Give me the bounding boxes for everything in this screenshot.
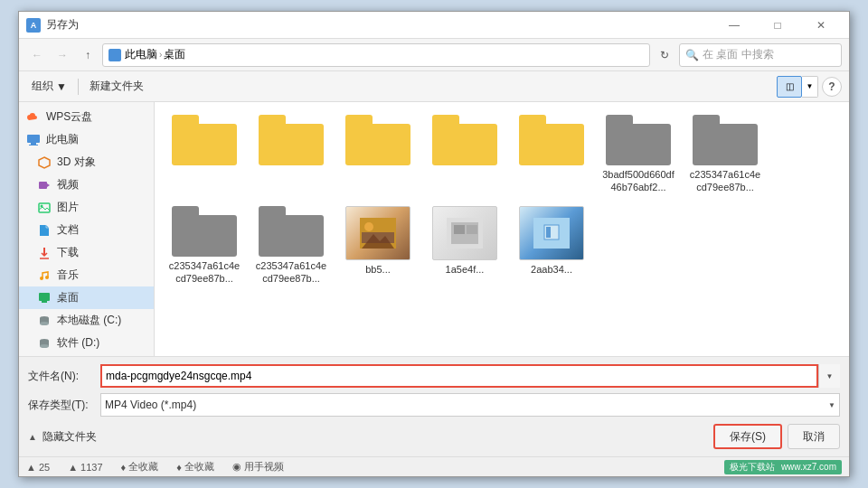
image-thumb [432, 206, 497, 260]
toolbar-separator [78, 79, 79, 95]
status-bar: ▲ 25 ▲ 1137 ♦ 全收藏 ♦ 全收藏 ◉ 用手视频 极光下载站 www… [19, 456, 849, 476]
grid-view-button[interactable]: ◫ [777, 76, 802, 98]
dialog-title: 另存为 [46, 17, 79, 33]
file-name: c235347a61c4ecd79ee87b... [688, 168, 762, 193]
folder-thumb [519, 115, 584, 165]
list-item[interactable]: 1a5e4f... [424, 202, 505, 288]
sidebar-item-wps[interactable]: WPS云盘 [19, 106, 154, 128]
list-item[interactable]: c235347a61c4ecd79ee87b... [684, 111, 766, 197]
organize-button[interactable]: 组织 ▼ [26, 76, 72, 98]
address-bar[interactable]: 此电脑 › 桌面 [102, 43, 650, 67]
up-button[interactable]: ↑ [77, 44, 99, 66]
close-button[interactable]: ✕ [800, 12, 842, 39]
folder-thumb [693, 115, 758, 165]
sidebar-item-3d[interactable]: 3D 对象 [19, 151, 154, 174]
svg-rect-0 [27, 135, 40, 143]
sidebar-item-desktop[interactable]: 桌面 [19, 286, 154, 309]
svg-rect-33 [546, 227, 551, 238]
sidebar-label-music: 音乐 [57, 267, 79, 283]
new-folder-button[interactable]: 新建文件夹 [84, 76, 149, 98]
view-switcher: ◫ ▼ [777, 76, 818, 98]
filename-input[interactable] [106, 370, 813, 382]
toggle-arrow-icon: ▲ [28, 432, 37, 442]
minimize-button[interactable]: — [713, 12, 755, 39]
nav-bar: ← → ↑ 此电脑 › 桌面 ↻ 🔍 在 桌面 中搜索 [19, 39, 849, 71]
save-as-dialog: A 另存为 — □ ✕ ← → ↑ 此电脑 › 桌面 ↻ 🔍 在 桌面 中搜索 [18, 11, 850, 477]
sidebar-label-diskc: 本地磁盘 (C:) [57, 313, 121, 328]
title-bar-left: A 另存为 [26, 17, 79, 33]
status-icon-4: ♦ [176, 462, 182, 473]
svg-rect-13 [42, 301, 47, 303]
list-item[interactable] [250, 111, 332, 197]
filename-label: 文件名(N): [28, 369, 100, 384]
pc-icon [108, 49, 121, 61]
file-name: c235347a61c4ecd79ee87b... [167, 259, 241, 285]
sidebar-item-music[interactable]: 音乐 [19, 264, 154, 286]
list-item[interactable] [511, 111, 592, 197]
toolbar: 组织 ▼ 新建文件夹 ◫ ▼ ? [19, 71, 849, 102]
filetype-select[interactable]: MP4 Video (*.mp4) ▼ [100, 393, 840, 417]
list-item[interactable]: c235347a61c4ecd79ee87b... [250, 202, 332, 288]
sidebar-label-wps: WPS云盘 [46, 109, 92, 125]
maximize-button[interactable]: □ [757, 12, 798, 39]
filetype-label: 保存类型(T): [28, 398, 100, 413]
folder-thumb [345, 115, 410, 165]
svg-rect-29 [454, 225, 465, 234]
list-item[interactable] [164, 111, 245, 197]
filetype-row: 保存类型(T): MP4 Video (*.mp4) ▼ [28, 393, 840, 417]
status-item-count2: ▲ 1137 [68, 462, 102, 473]
list-item[interactable] [337, 111, 419, 197]
file-area: 3badf500d660df46b76abf2... c235347a61c4e… [155, 102, 849, 356]
sidebar-item-diskc[interactable]: 本地磁盘 (C:) [19, 309, 154, 332]
save-button[interactable]: 保存(S) [713, 424, 782, 449]
sidebar-item-pic[interactable]: 图片 [19, 196, 154, 219]
image-thumb [345, 206, 410, 260]
status-icon-5: ◉ [232, 461, 241, 473]
filename-row: 文件名(N): ▼ [28, 364, 840, 388]
toolbar-right: ◫ ▼ ? [777, 76, 842, 98]
sidebar-item-video[interactable]: 视频 [19, 174, 154, 196]
refresh-button[interactable]: ↻ [654, 44, 675, 66]
search-placeholder: 在 桌面 中搜索 [703, 47, 774, 62]
svg-rect-30 [467, 225, 477, 234]
list-item[interactable]: 2aab34... [511, 202, 592, 288]
action-row: ▲ 隐藏文件夹 保存(S) 取消 [28, 424, 840, 449]
folder-thumb [259, 206, 324, 257]
new-folder-label: 新建文件夹 [90, 79, 144, 94]
action-buttons: 保存(S) 取消 [713, 424, 840, 449]
view-dropdown-button[interactable]: ▼ [802, 76, 818, 98]
forward-button[interactable]: → [52, 44, 73, 66]
image-icon [37, 201, 52, 215]
organize-label: 组织 [32, 79, 53, 94]
sidebar-item-dl[interactable]: 下载 [19, 241, 154, 264]
sidebar-item-doc[interactable]: 文档 [19, 219, 154, 241]
video-icon [37, 178, 52, 192]
image-thumb [519, 206, 584, 260]
status-item-video: ◉ 用手视频 [232, 460, 284, 474]
sidebar-label-pc: 此电脑 [46, 132, 79, 147]
file-name: c235347a61c4ecd79ee87b... [254, 259, 328, 285]
list-item[interactable]: c235347a61c4ecd79ee87b... [164, 202, 245, 288]
cancel-button[interactable]: 取消 [788, 424, 840, 449]
cube-icon [37, 155, 52, 170]
svg-point-10 [40, 277, 43, 280]
help-button[interactable]: ? [822, 77, 842, 97]
hide-files-toggle[interactable]: ▲ 隐藏文件夹 [28, 429, 97, 445]
svg-marker-5 [47, 183, 50, 187]
svg-rect-2 [29, 145, 38, 145]
svg-point-16 [40, 322, 49, 325]
filename-dropdown-button[interactable]: ▼ [818, 364, 840, 388]
sidebar-item-diskd[interactable]: 软件 (D:) [19, 332, 154, 354]
folder-thumb [432, 115, 497, 165]
list-item[interactable]: bb5... [337, 202, 419, 288]
status-icon-3: ♦ [121, 462, 127, 473]
list-item[interactable]: 3badf500d660df46b76abf2... [598, 111, 679, 197]
list-item[interactable] [424, 111, 505, 197]
status-item-fav2: ♦ 全收藏 [176, 460, 214, 474]
status-value-5: 用手视频 [244, 460, 284, 474]
search-box[interactable]: 🔍 在 桌面 中搜索 [679, 43, 842, 67]
svg-rect-12 [39, 293, 50, 301]
sidebar-item-pc[interactable]: 此电脑 [19, 128, 154, 151]
back-button[interactable]: ← [26, 44, 48, 66]
status-item-count1: ▲ 25 [26, 462, 50, 473]
